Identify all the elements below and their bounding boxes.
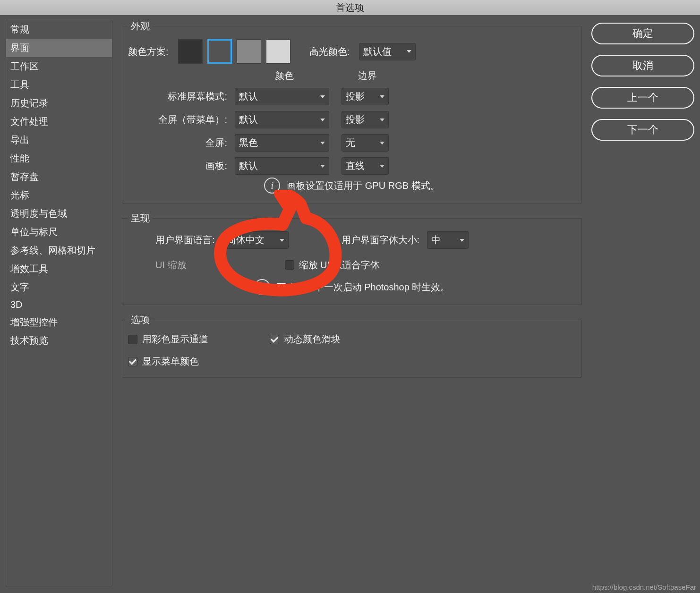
ui-language-value: 简体中文	[227, 234, 265, 246]
next-label: 下一个	[627, 123, 658, 137]
option-label: 动态颜色滑块	[284, 333, 341, 346]
sidebar-item[interactable]: 性能	[6, 149, 112, 168]
dropdown-value: 投影	[346, 90, 365, 103]
chevron-down-icon	[407, 50, 411, 53]
screen-mode-color-dropdown[interactable]: 默认	[235, 111, 329, 128]
chevron-down-icon	[460, 239, 464, 242]
next-button[interactable]: 下一个	[591, 119, 694, 141]
grid-header-border: 边界	[341, 69, 393, 82]
scale-ui-option[interactable]: 缩放 UI 以适合字体	[285, 259, 380, 271]
swatch-dark[interactable]	[207, 39, 232, 64]
chevron-down-icon	[320, 119, 325, 121]
screen-mode-label: 画板:	[133, 160, 227, 172]
option-checkbox[interactable]	[128, 357, 137, 366]
chevron-down-icon	[380, 95, 384, 98]
sidebar-item[interactable]: 文件处理	[6, 112, 112, 131]
ui-language-label: 用户界面语言:	[155, 234, 215, 246]
ui-language-dropdown[interactable]: 简体中文	[222, 231, 289, 249]
highlight-color-value: 默认值	[363, 45, 392, 58]
ok-button[interactable]: 确定	[591, 23, 694, 44]
sidebar-item[interactable]: 透明度与色域	[6, 204, 112, 223]
info-icon: i	[254, 279, 270, 295]
ui-scale-label: UI 缩放	[155, 259, 187, 271]
sidebar-item[interactable]: 3D	[6, 296, 112, 313]
scale-ui-checkbox[interactable]	[285, 260, 294, 270]
dialog-buttons: 确定 取消 上一个 下一个	[591, 20, 694, 593]
sidebar-item[interactable]: 界面	[6, 39, 112, 57]
sidebar-item[interactable]: 历史记录	[6, 94, 112, 112]
options-fieldset: 选项 用彩色显示通道动态颜色滑块显示菜单颜色	[122, 313, 582, 378]
screen-modes-grid: 颜色 边界 标准屏幕模式:默认投影全屏（带菜单）:默认投影全屏:黑色无画板:默认…	[133, 69, 576, 175]
appearance-info-text: 画板设置仅适用于 GPU RGB 模式。	[287, 179, 439, 192]
appearance-fieldset: 外观 颜色方案: 高光颜色: 默认值 颜色 边界	[122, 20, 582, 203]
ui-font-size-label: 用户界面字体大小:	[341, 234, 420, 246]
screen-mode-color-dropdown[interactable]: 黑色	[235, 134, 329, 152]
sidebar-item[interactable]: 参考线、网格和切片	[6, 241, 112, 260]
cancel-label: 取消	[632, 59, 653, 73]
options-legend: 选项	[128, 313, 153, 326]
screen-mode-color-dropdown[interactable]: 默认	[235, 157, 329, 175]
sidebar-item[interactable]: 常规	[6, 20, 112, 39]
dropdown-value: 黑色	[239, 136, 258, 149]
options-grid: 用彩色显示通道动态颜色滑块显示菜单颜色	[128, 333, 576, 368]
prev-button[interactable]: 上一个	[591, 87, 694, 109]
chevron-down-icon	[320, 95, 325, 98]
sidebar-item[interactable]: 单位与标尺	[6, 223, 112, 241]
sidebar-item[interactable]: 工具	[6, 76, 112, 94]
color-scheme-label: 颜色方案:	[128, 45, 169, 58]
scale-ui-label: 缩放 UI 以适合字体	[299, 259, 380, 271]
swatch-darkest[interactable]	[178, 39, 203, 64]
window-title: 首选项	[336, 1, 364, 14]
ok-label: 确定	[632, 26, 653, 41]
appearance-legend: 外观	[128, 20, 153, 33]
sidebar-item[interactable]: 增效工具	[6, 260, 112, 278]
chevron-down-icon	[380, 142, 384, 144]
screen-mode-border-dropdown[interactable]: 投影	[341, 111, 389, 128]
ui-font-size-dropdown[interactable]: 中	[427, 231, 469, 249]
option-item[interactable]: 动态颜色滑块	[270, 333, 393, 346]
screen-mode-border-dropdown[interactable]: 投影	[341, 88, 389, 105]
chevron-down-icon	[380, 165, 384, 168]
color-scheme-swatches	[178, 39, 290, 64]
main-layout: 常规界面工作区工具历史记录文件处理导出性能暂存盘光标透明度与色域单位与标尺参考线…	[0, 15, 700, 593]
screen-mode-label: 标准屏幕模式:	[133, 90, 227, 103]
window-titlebar: 首选项	[0, 0, 700, 15]
sidebar-item[interactable]: 增强型控件	[6, 313, 112, 331]
prev-label: 上一个	[627, 91, 658, 105]
sidebar-item[interactable]: 光标	[6, 186, 112, 204]
option-item[interactable]: 用彩色显示通道	[128, 333, 251, 346]
screen-mode-color-dropdown[interactable]: 默认	[235, 88, 329, 105]
dropdown-value: 直线	[346, 160, 365, 172]
preferences-content: 外观 颜色方案: 高光颜色: 默认值 颜色 边界	[122, 20, 582, 593]
dropdown-value: 默认	[239, 113, 258, 126]
cancel-button[interactable]: 取消	[591, 55, 694, 76]
screen-mode-border-dropdown[interactable]: 无	[341, 134, 389, 152]
option-item[interactable]: 显示菜单颜色	[128, 355, 251, 368]
screen-mode-border-dropdown[interactable]: 直线	[341, 157, 389, 175]
chevron-down-icon	[380, 119, 384, 121]
presentation-legend: 呈现	[128, 212, 153, 225]
appearance-info-row: i 画板设置仅适用于 GPU RGB 模式。	[128, 178, 576, 194]
presentation-fieldset: 呈现 用户界面语言: 简体中文 用户界面字体大小: 中 UI 缩放	[122, 212, 582, 305]
ui-font-size-value: 中	[431, 234, 441, 246]
swatch-light[interactable]	[237, 39, 261, 64]
chevron-down-icon	[320, 142, 325, 144]
dropdown-value: 默认	[239, 160, 258, 172]
screen-mode-label: 全屏:	[133, 136, 227, 149]
sidebar-item[interactable]: 文字	[6, 278, 112, 296]
presentation-info-text: 更改将在下一次启动 Photoshop 时生效。	[277, 281, 450, 294]
option-checkbox[interactable]	[128, 335, 137, 344]
grid-header-color: 颜色	[235, 69, 334, 82]
sidebar-item[interactable]: 技术预览	[6, 331, 112, 350]
option-checkbox[interactable]	[270, 335, 279, 344]
screen-mode-label: 全屏（带菜单）:	[133, 113, 227, 126]
sidebar-item[interactable]: 导出	[6, 131, 112, 149]
chevron-down-icon	[280, 239, 284, 242]
highlight-color-dropdown[interactable]: 默认值	[359, 43, 416, 60]
watermark: https://blog.csdn.net/SoftpaseFar	[592, 583, 696, 591]
highlight-color-label: 高光颜色:	[309, 45, 350, 58]
chevron-down-icon	[320, 165, 325, 168]
sidebar-item[interactable]: 暂存盘	[6, 168, 112, 186]
sidebar-item[interactable]: 工作区	[6, 57, 112, 76]
swatch-lightest[interactable]	[266, 39, 290, 64]
